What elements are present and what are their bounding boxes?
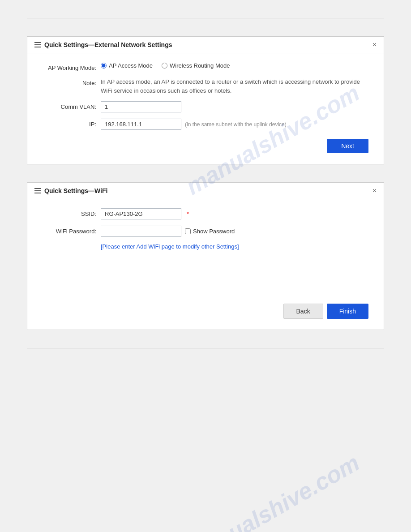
external-network-title: Quick Settings—External Network Settings — [44, 41, 172, 48]
dialog-header-wifi: Quick Settings—WiFi × — [27, 183, 384, 199]
ap-working-mode-label: AP Working Mode: — [38, 62, 101, 71]
wireless-routing-mode-radio[interactable] — [162, 63, 167, 69]
wireless-routing-mode-option[interactable]: Wireless Routing Mode — [162, 62, 230, 69]
wifi-dialog: manualshive.com Quick Settings—WiFi × SS… — [27, 182, 384, 330]
finish-button-area: Back Finish — [38, 304, 373, 319]
ip-row: IP: (in the same subnet with the uplink … — [38, 119, 373, 130]
wifi-password-content: Show Password — [101, 226, 373, 237]
back-button[interactable]: Back — [283, 304, 323, 319]
wireless-routing-mode-label: Wireless Routing Mode — [170, 62, 230, 69]
ap-access-mode-radio[interactable] — [101, 63, 107, 69]
show-password-checkbox[interactable] — [185, 228, 191, 234]
wifi-link-spacer — [38, 243, 101, 245]
ip-input[interactable] — [101, 119, 181, 130]
note-label: Note: — [38, 77, 101, 86]
top-divider — [27, 18, 384, 18]
comm-vlan-label: Comm VLAN: — [38, 101, 101, 110]
bottom-divider — [27, 348, 384, 348]
ssid-input[interactable] — [101, 208, 181, 219]
show-password-area: Show Password — [185, 228, 235, 235]
close-icon-wifi[interactable]: × — [372, 187, 377, 194]
watermark-2: manualshive.com — [181, 449, 364, 532]
comm-vlan-input[interactable] — [101, 101, 181, 112]
ip-hint: (in the same subnet with the uplink devi… — [185, 121, 287, 128]
comm-vlan-content — [101, 101, 373, 112]
note-row: Note: In AP access mode, an AP is connec… — [38, 77, 373, 95]
ssid-required-marker: * — [187, 210, 189, 217]
wifi-password-label: WiFi Password: — [38, 226, 101, 235]
wifi-link-row: [Please enter Add WiFi page to modify ot… — [38, 243, 373, 250]
ip-content: (in the same subnet with the uplink devi… — [101, 119, 373, 130]
dialog-header-external: Quick Settings—External Network Settings… — [27, 37, 384, 53]
wifi-settings-link[interactable]: [Please enter Add WiFi page to modify ot… — [101, 243, 239, 250]
wifi-title: Quick Settings—WiFi — [44, 187, 107, 194]
ap-access-mode-label: AP Access Mode — [109, 62, 153, 69]
ssid-row: SSID: * — [38, 208, 373, 219]
finish-button[interactable]: Finish — [327, 304, 368, 319]
next-button[interactable]: Next — [327, 139, 368, 153]
ap-access-mode-option[interactable]: AP Access Mode — [101, 62, 153, 69]
wifi-hamburger-icon[interactable] — [34, 188, 41, 193]
ap-working-mode-row: AP Working Mode: AP Access Mode Wireless… — [38, 62, 373, 71]
ssid-label: SSID: — [38, 208, 101, 217]
ap-working-mode-content: AP Access Mode Wireless Routing Mode — [101, 62, 373, 69]
wifi-password-row: WiFi Password: Show Password — [38, 226, 373, 237]
wifi-dialog-title-area: Quick Settings—WiFi — [34, 187, 107, 194]
next-button-area: Next — [38, 139, 373, 153]
dialog-title-area: Quick Settings—External Network Settings — [34, 41, 172, 48]
ip-label: IP: — [38, 119, 101, 128]
wifi-link-content: [Please enter Add WiFi page to modify ot… — [101, 243, 373, 250]
hamburger-icon[interactable] — [34, 42, 41, 47]
close-icon-external[interactable]: × — [372, 41, 377, 48]
wifi-body: SSID: * WiFi Password: Show Password — [27, 199, 384, 330]
ssid-content: * — [101, 208, 373, 219]
note-text: In AP access mode, an AP is connected to… — [101, 77, 373, 95]
comm-vlan-row: Comm VLAN: — [38, 101, 373, 112]
external-network-dialog: manualshive.com Quick Settings—External … — [27, 36, 384, 164]
ap-working-mode-radio-group: AP Access Mode Wireless Routing Mode — [101, 62, 230, 69]
wifi-password-input[interactable] — [101, 226, 181, 237]
external-network-body: AP Working Mode: AP Access Mode Wireless… — [27, 53, 384, 164]
show-password-label: Show Password — [193, 228, 235, 235]
